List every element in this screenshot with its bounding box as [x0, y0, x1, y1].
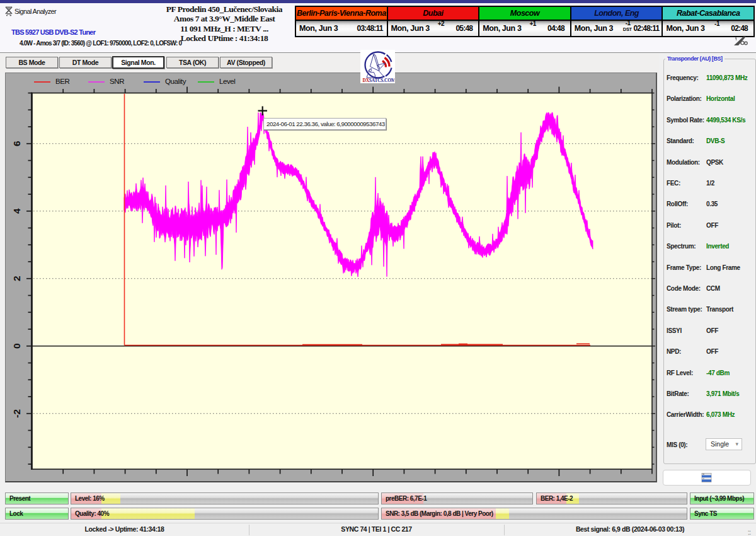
svg-text:SATCS.COM: SATCS.COM — [369, 78, 394, 83]
